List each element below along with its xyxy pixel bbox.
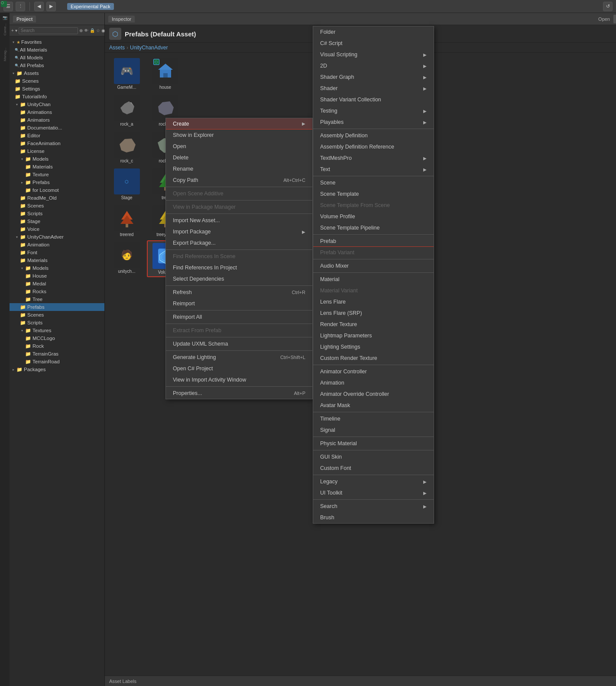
tutorialinfo-item[interactable]: 📁 TutorialInfo <box>10 93 104 100</box>
asset-item-rockc[interactable]: rock_c <box>108 130 145 165</box>
eye-btn[interactable]: 👁 <box>84 27 88 35</box>
sub-assembly-def[interactable]: Assembly Definition <box>313 130 434 141</box>
ctx-properties[interactable]: Properties... Alt+P <box>166 388 312 399</box>
sub-lightmap-params[interactable]: Lightmap Parameters <box>313 330 434 341</box>
house-item[interactable]: 📁 House <box>10 272 104 280</box>
terraingras-item[interactable]: 📁 TerrainGras <box>10 350 104 358</box>
sub-gui-skin[interactable]: GUI Skin <box>313 451 434 463</box>
sub-physic-material[interactable]: Physic Material <box>313 438 434 449</box>
sub-scene[interactable]: Scene <box>313 177 434 188</box>
ctx-reimport[interactable]: Reimport <box>166 298 312 309</box>
inspector-tab[interactable]: Inspector <box>108 16 135 23</box>
sub-animation[interactable]: Animation <box>313 377 434 388</box>
toolbar-back-btn[interactable]: ◀ <box>34 2 44 11</box>
all-materials-item[interactable]: 🔍 All Materials <box>10 46 104 54</box>
sub-scene-template[interactable]: Scene Template <box>313 188 434 200</box>
rock-item[interactable]: 📁 Rock <box>10 342 104 350</box>
camera-toggle[interactable]: 📷 <box>2 15 8 21</box>
ctx-open[interactable]: Open <box>166 141 312 152</box>
materials-item[interactable]: 📁 Materials <box>10 163 104 171</box>
animations-item[interactable]: 📁 Animations <box>10 108 104 116</box>
sub-custom-font[interactable]: Custom Font <box>313 463 434 474</box>
sub-ui-toolkit[interactable]: UI Toolkit ▶ <box>313 487 434 498</box>
ctx-export-package[interactable]: Export Package... <box>166 237 312 249</box>
rocks-item[interactable]: 📁 Rocks <box>10 288 104 295</box>
sub-timeline[interactable]: Timeline <box>313 413 434 424</box>
sub-material[interactable]: Material <box>313 274 434 285</box>
models2-item[interactable]: ▾ 📁 Models <box>10 264 104 272</box>
add-btn[interactable]: + <box>11 27 14 35</box>
ctx-generate-lighting[interactable]: Generate Lighting Ctrl+Shift+L <box>166 352 312 363</box>
asset-item-treered[interactable]: treered <box>108 204 145 239</box>
all-prefabs-item[interactable]: 🔍 All Prefabs <box>10 61 104 69</box>
sub-lighting-settings[interactable]: Lighting Settings <box>313 341 434 353</box>
sub-avatar-mask[interactable]: Avatar Mask <box>313 400 434 411</box>
scripts-item[interactable]: 📁 Scripts <box>10 210 104 217</box>
faceanimation-item[interactable]: 📁 FaceAnimation <box>10 139 104 147</box>
open-btn[interactable]: Open <box>598 16 610 22</box>
filter-btn[interactable]: ⊕ <box>79 27 83 35</box>
asset-item-gamem[interactable]: 🎮 GameM... <box>108 56 145 91</box>
sub-lens-flare[interactable]: Lens Flare <box>313 296 434 307</box>
sub-render-texture[interactable]: Render Texture <box>313 319 434 330</box>
sub-2d[interactable]: 2D ▶ <box>313 60 434 71</box>
sub-animator-controller[interactable]: Animator Controller <box>313 366 434 377</box>
sub-visual-scripting[interactable]: Visual Scripting ▶ <box>313 49 434 60</box>
ctx-refresh[interactable]: Refresh Ctrl+R <box>166 287 312 298</box>
ctx-copy-path[interactable]: Copy Path Alt+Ctrl+C <box>166 175 312 186</box>
breadcrumb-unitychan[interactable]: UnityChanAdver <box>130 45 168 51</box>
sub-prefab[interactable]: Prefab <box>313 236 434 247</box>
ctx-update-uxml[interactable]: Update UXML Schema <box>166 338 312 349</box>
sub-csharp[interactable]: C# Script <box>313 38 434 49</box>
prefabs-sub-item[interactable]: ▸ 📁 Prefabs <box>10 178 104 186</box>
terrainroad-item[interactable]: 📁 TerrainRoad <box>10 358 104 366</box>
sub-text[interactable]: Text ▶ <box>313 164 434 175</box>
animators-item[interactable]: 📁 Animators <box>10 116 104 124</box>
sub-folder[interactable]: Folder <box>313 26 434 38</box>
asset-item-house[interactable]: ⬡ house <box>147 56 184 91</box>
add-dropdown-btn[interactable]: ▾ <box>15 27 17 35</box>
toolbar-forward-btn[interactable]: ▶ <box>46 2 56 11</box>
favorites-header[interactable]: ▾ ★ Favorites <box>10 38 104 46</box>
settings-item[interactable]: 📁 Settings <box>10 85 104 93</box>
scenes2-item[interactable]: 📁 Scenes <box>10 202 104 210</box>
font-item[interactable]: 📁 Font <box>10 249 104 256</box>
scripts2-item[interactable]: 📁 Scripts <box>10 319 104 327</box>
texture-item[interactable]: 📁 Texture <box>10 171 104 178</box>
ctx-open-csharp[interactable]: Open C# Project <box>166 363 312 374</box>
prefabs-main-item[interactable]: 📁 Prefabs <box>10 303 104 311</box>
medal-item[interactable]: 📁 Medal <box>10 280 104 288</box>
lock-btn[interactable]: 🔒 <box>90 27 95 35</box>
tree-item-folder[interactable]: 📁 Tree <box>10 295 104 303</box>
toolbar-dot-btn[interactable]: ⋮ <box>16 2 25 11</box>
sub-shader-graph[interactable]: Shader Graph ▶ <box>313 71 434 83</box>
documentation-item[interactable]: 📁 Documentatio... <box>10 124 104 132</box>
sub-shader-variant[interactable]: Shader Variant Collection <box>313 94 434 105</box>
breadcrumb-assets[interactable]: Assets <box>109 45 125 51</box>
scenes3-item[interactable]: 📁 Scenes <box>10 311 104 319</box>
sub-shader[interactable]: Shader ▶ <box>313 83 434 94</box>
packages-item[interactable]: ▸ 📁 Packages <box>10 366 104 373</box>
all-models-item[interactable]: 🔍 All Models <box>10 54 104 61</box>
sub-assembly-def-ref[interactable]: Assembly Definition Reference <box>313 141 434 152</box>
ctx-rename[interactable]: Rename <box>166 163 312 175</box>
star-btn[interactable]: ☆ <box>96 27 100 35</box>
license-item[interactable]: 📁 License <box>10 147 104 155</box>
ctx-reimport-all[interactable]: Reimport All <box>166 311 312 323</box>
models-item[interactable]: ▾ 📁 Models <box>10 155 104 163</box>
ctx-create[interactable]: Create ▶ <box>166 118 312 129</box>
sub-testing[interactable]: Testing ▶ <box>313 105 434 116</box>
stage-item[interactable]: 📁 Stage <box>10 217 104 225</box>
sub-search[interactable]: Search ▶ <box>313 501 434 512</box>
sub-playables[interactable]: Playables ▶ <box>313 116 434 128</box>
sub-signal[interactable]: Signal <box>313 424 434 436</box>
asset-item-stage[interactable]: ⬡ Stage <box>108 167 145 202</box>
sub-textmeshpro[interactable]: TextMeshPro ▶ <box>313 152 434 164</box>
voice-item[interactable]: 📁 Voice <box>10 225 104 233</box>
sub-animator-override[interactable]: Animator Override Controller <box>313 388 434 400</box>
history-btn[interactable]: ↺ <box>603 2 613 11</box>
unitychanadver-item[interactable]: ▾ 📁 UnityChanAdver <box>10 233 104 241</box>
sub-brush[interactable]: Brush <box>313 512 434 523</box>
readme-item[interactable]: 📁 ReadMe_Old <box>10 194 104 202</box>
ctx-import-package[interactable]: Import Package ▶ <box>166 226 312 237</box>
